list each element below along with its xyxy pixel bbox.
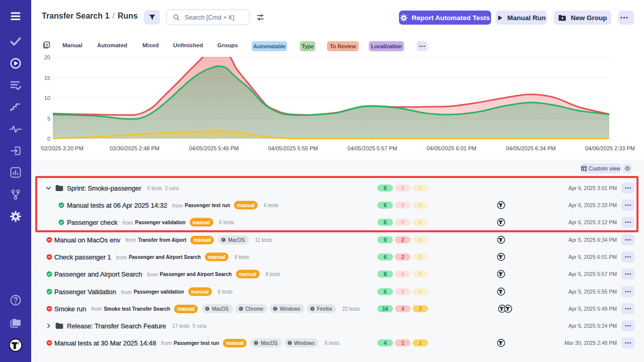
svg-text:04/05/2025 6:34 PM: 04/05/2025 6:34 PM (506, 145, 555, 151)
svg-text:10: 10 (44, 95, 50, 101)
svg-text:04/06/2025 2:33 PM: 04/06/2025 2:33 PM (585, 145, 635, 151)
svg-text:04/05/2025 5:49 PM: 04/05/2025 5:49 PM (189, 145, 238, 151)
svg-text:04/05/2025 5:55 PM: 04/05/2025 5:55 PM (268, 145, 318, 151)
svg-text:03/30/2025 2:48 PM: 03/30/2025 2:48 PM (110, 145, 159, 151)
svg-text:20: 20 (44, 54, 50, 60)
svg-text:04/05/2025 6:01 PM: 04/05/2025 6:01 PM (427, 145, 476, 151)
svg-text:/02/2025 3:20 PM: /02/2025 3:20 PM (41, 145, 84, 151)
svg-text:04/05/2025 5:57 PM: 04/05/2025 5:57 PM (347, 145, 397, 151)
svg-text:5: 5 (47, 116, 50, 122)
svg-text:0: 0 (47, 136, 50, 142)
svg-text:15: 15 (44, 75, 50, 81)
